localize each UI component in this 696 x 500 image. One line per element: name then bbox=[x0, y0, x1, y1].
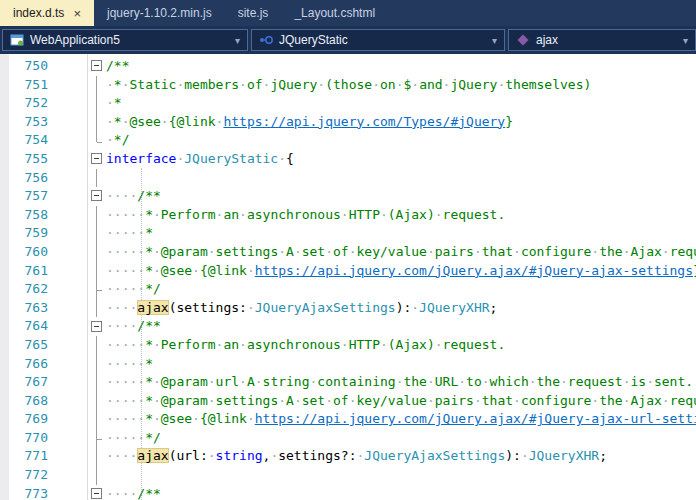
line-number: 765 bbox=[9, 336, 48, 355]
code-line[interactable]: 769·····*·@see·{@link·https://api.jquery… bbox=[0, 410, 696, 429]
tab--layout.cshtml[interactable]: _Layout.cshtml bbox=[281, 0, 388, 26]
selection-margin bbox=[48, 466, 88, 485]
method-icon bbox=[516, 33, 530, 47]
selection-margin bbox=[48, 131, 88, 150]
line-number: 772 bbox=[9, 466, 48, 485]
selection-margin bbox=[48, 187, 88, 206]
member-dropdown[interactable]: ajax ▾ bbox=[508, 29, 696, 51]
code-text: ·* bbox=[106, 94, 696, 113]
selection-margin bbox=[48, 113, 88, 132]
code-line[interactable]: 753·*·@see·{@link·https://api.jquery.com… bbox=[0, 113, 696, 132]
fold-guide bbox=[88, 131, 106, 150]
code-line[interactable]: 750/** bbox=[0, 57, 696, 76]
tab-index.d.ts[interactable]: index.d.ts× bbox=[0, 0, 94, 26]
project-icon bbox=[10, 33, 24, 47]
selection-margin bbox=[48, 169, 88, 188]
fold-guide bbox=[88, 429, 106, 448]
code-lines: 750/**751·*·Static·members·of·jQuery·(th… bbox=[0, 54, 696, 500]
code-line[interactable]: 762·····*/ bbox=[0, 280, 696, 299]
selection-margin bbox=[48, 224, 88, 243]
vs-window: index.d.ts×jquery-1.10.2.min.jssite.js_L… bbox=[0, 0, 696, 500]
chevron-down-icon[interactable]: ▾ bbox=[229, 35, 240, 46]
type-dropdown-value: JQueryStatic bbox=[279, 33, 348, 47]
line-number: 771 bbox=[9, 447, 48, 466]
code-text: ·····*·@param·settings·A·set·of·key/valu… bbox=[106, 392, 696, 411]
code-line[interactable]: 757····/** bbox=[0, 187, 696, 206]
fold-guide bbox=[88, 243, 106, 262]
code-line[interactable]: 773····/** bbox=[0, 485, 696, 500]
indicator-margin bbox=[0, 76, 9, 95]
code-line[interactable]: 755interface·JQueryStatic·{ bbox=[0, 150, 696, 169]
navigation-bar: WebApplication5 ▾ JQueryStatic ▾ ajax ▾ bbox=[0, 26, 696, 54]
close-icon[interactable]: × bbox=[73, 7, 81, 20]
indicator-margin bbox=[0, 485, 9, 500]
line-number: 770 bbox=[9, 429, 48, 448]
code-line[interactable]: 759·····* bbox=[0, 224, 696, 243]
tab-jquery-1.10.2.min.js[interactable]: jquery-1.10.2.min.js bbox=[94, 0, 225, 26]
selection-margin bbox=[48, 57, 88, 76]
code-text: ····/** bbox=[106, 187, 696, 206]
tab-label: index.d.ts bbox=[13, 6, 64, 20]
code-line[interactable]: 772 bbox=[0, 466, 696, 485]
code-text: ·····*/ bbox=[106, 429, 696, 448]
code-text: ····ajax(url:·string,·settings?:·JQueryA… bbox=[106, 447, 696, 466]
indicator-margin bbox=[0, 447, 9, 466]
fold-guide bbox=[88, 392, 106, 411]
code-editor[interactable]: 750/**751·*·Static·members·of·jQuery·(th… bbox=[0, 54, 696, 500]
chevron-down-icon[interactable]: ▾ bbox=[486, 35, 497, 46]
member-dropdown-value: ajax bbox=[536, 33, 558, 47]
selection-margin bbox=[48, 150, 88, 169]
line-number: 758 bbox=[9, 206, 48, 225]
indicator-margin bbox=[0, 336, 9, 355]
code-text: ·····*/ bbox=[106, 280, 696, 299]
code-line[interactable]: 758·····*·Perform·an·asynchronous·HTTP·(… bbox=[0, 206, 696, 225]
tab-site.js[interactable]: site.js bbox=[225, 0, 282, 26]
selection-margin bbox=[48, 392, 88, 411]
code-line[interactable]: 751·*·Static·members·of·jQuery·(those·on… bbox=[0, 76, 696, 95]
code-line[interactable]: 767·····*·@param·url·A·string·containing… bbox=[0, 373, 696, 392]
code-line[interactable]: 761·····*·@see·{@link·https://api.jquery… bbox=[0, 262, 696, 281]
code-line[interactable]: 764····/** bbox=[0, 317, 696, 336]
fold-toggle-icon[interactable] bbox=[88, 187, 106, 206]
code-line[interactable]: 763····ajax(settings:·JQueryAjaxSettings… bbox=[0, 299, 696, 318]
code-line[interactable]: 760·····*·@param·settings·A·set·of·key/v… bbox=[0, 243, 696, 262]
code-line[interactable]: 756 bbox=[0, 169, 696, 188]
selection-margin bbox=[48, 410, 88, 429]
indicator-margin bbox=[0, 131, 9, 150]
chevron-down-icon[interactable]: ▾ bbox=[677, 35, 688, 46]
line-number: 754 bbox=[9, 131, 48, 150]
code-text: ·*·@see·{@link·https://api.jquery.com/Ty… bbox=[106, 113, 696, 132]
code-line[interactable]: 770·····*/ bbox=[0, 429, 696, 448]
fold-guide bbox=[88, 466, 106, 485]
fold-toggle-icon[interactable] bbox=[88, 57, 106, 76]
line-number: 764 bbox=[9, 317, 48, 336]
type-dropdown[interactable]: JQueryStatic ▾ bbox=[251, 29, 505, 51]
indicator-margin bbox=[0, 150, 9, 169]
indicator-margin bbox=[0, 206, 9, 225]
code-line[interactable]: 768·····*·@param·settings·A·set·of·key/v… bbox=[0, 392, 696, 411]
line-number: 766 bbox=[9, 355, 48, 374]
code-line[interactable]: 752·* bbox=[0, 94, 696, 113]
code-line[interactable]: 766·····* bbox=[0, 355, 696, 374]
code-text: ····/** bbox=[106, 485, 696, 500]
selection-margin bbox=[48, 485, 88, 500]
fold-toggle-icon[interactable] bbox=[88, 317, 106, 336]
project-dropdown[interactable]: WebApplication5 ▾ bbox=[2, 29, 248, 51]
fold-toggle-icon[interactable] bbox=[88, 150, 106, 169]
code-line[interactable]: 771····ajax(url:·string,·settings?:·JQue… bbox=[0, 447, 696, 466]
tab-label: _Layout.cshtml bbox=[294, 6, 375, 20]
code-text: ·····* bbox=[106, 224, 696, 243]
indicator-margin bbox=[0, 169, 9, 188]
line-number: 768 bbox=[9, 392, 48, 411]
interface-icon bbox=[259, 33, 273, 47]
selection-margin bbox=[48, 262, 88, 281]
indicator-margin bbox=[0, 94, 9, 113]
fold-toggle-icon[interactable] bbox=[88, 485, 106, 500]
code-line[interactable]: 765·····*·Perform·an·asynchronous·HTTP·(… bbox=[0, 336, 696, 355]
line-number: 753 bbox=[9, 113, 48, 132]
code-line[interactable]: 754·*/ bbox=[0, 131, 696, 150]
line-number: 750 bbox=[9, 57, 48, 76]
selection-margin bbox=[48, 355, 88, 374]
indicator-margin bbox=[0, 410, 9, 429]
indicator-margin bbox=[0, 355, 9, 374]
